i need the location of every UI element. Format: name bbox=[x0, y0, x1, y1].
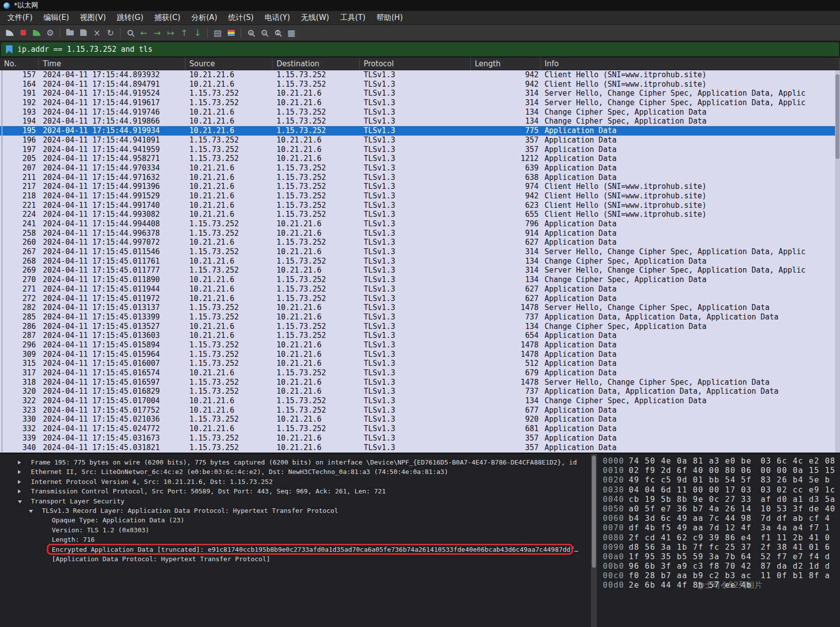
packet-row[interactable]: 2962024-04-11 17:15:45.0158941.15.73.252… bbox=[0, 340, 840, 350]
packet-row[interactable]: 1912024-04-11 17:15:44.9195241.15.73.252… bbox=[0, 89, 840, 98]
filter-bookmark-icon[interactable] bbox=[6, 45, 12, 54]
packet-row[interactable]: 2682024-04-11 17:15:45.01176110.21.21.61… bbox=[0, 257, 840, 266]
packet-row[interactable]: 1962024-04-11 17:15:44.9410911.15.73.252… bbox=[0, 136, 840, 145]
menu-item-capture[interactable]: 捕获(C) bbox=[149, 11, 186, 24]
detail-line[interactable]: Length: 716 bbox=[0, 535, 591, 544]
packet-row[interactable]: 2242024-04-11 17:15:44.99308210.21.21.61… bbox=[0, 210, 840, 219]
go-first-icon[interactable]: ↑ bbox=[177, 26, 191, 39]
hex-row[interactable]: 003004 04 6d 11 00 00 17 0303 02 cc e9 1… bbox=[603, 485, 840, 495]
detail-line[interactable]: Opaque Type: Application Data (23) bbox=[0, 515, 591, 525]
packet-row[interactable]: 2212024-04-11 17:15:44.99174010.21.21.61… bbox=[0, 201, 840, 210]
detail-line[interactable]: TLSv1.3 Record Layer: Application Data P… bbox=[0, 506, 591, 515]
expand-expander-icon[interactable] bbox=[18, 470, 21, 474]
packet-row[interactable]: 3092024-04-11 17:15:45.0159641.15.73.252… bbox=[0, 350, 840, 359]
menu-item-view[interactable]: 视图(V) bbox=[75, 11, 112, 24]
collapse-expander-icon[interactable] bbox=[29, 510, 33, 513]
detail-line[interactable]: Frame 195: 775 bytes on wire (6200 bits)… bbox=[0, 458, 591, 467]
packet-row[interactable]: 1952024-04-11 17:15:44.91993410.21.21.61… bbox=[0, 126, 840, 136]
detail-line[interactable]: Encrypted Application Data [truncated]: … bbox=[0, 545, 591, 554]
restart-capture-icon[interactable] bbox=[30, 26, 43, 39]
column-header-length[interactable]: Length bbox=[471, 58, 541, 70]
expand-expander-icon[interactable] bbox=[18, 461, 21, 465]
packet-row[interactable]: 2822024-04-11 17:15:45.0131371.15.73.252… bbox=[0, 303, 840, 313]
packet-row[interactable]: 3152024-04-11 17:15:45.0160071.15.73.252… bbox=[0, 359, 840, 368]
auto-scroll-icon[interactable]: ▤ bbox=[211, 26, 224, 39]
menu-item-edit[interactable]: 编辑(E) bbox=[38, 11, 74, 24]
hex-row[interactable]: 002049 fc c5 9d 01 bb 54 5f83 26 b4 5e b bbox=[603, 475, 840, 485]
find-packet-icon[interactable] bbox=[124, 26, 137, 39]
detail-line[interactable]: Version: TLS 1.2 (0x0303) bbox=[0, 525, 591, 535]
hex-row[interactable]: 00a01f 95 35 b5 59 3a 7b 6452 f7 e7 f4 d bbox=[603, 552, 840, 562]
column-header-protocol[interactable]: Protocol bbox=[360, 58, 471, 70]
capture-options-icon[interactable]: ⚙ bbox=[43, 26, 57, 39]
hex-row[interactable]: 00d02e 6b 44 4f 8b 57 ee 4b bbox=[603, 581, 840, 590]
close-file-icon[interactable]: × bbox=[90, 26, 104, 39]
go-back-icon[interactable]: ← bbox=[137, 26, 150, 39]
packet-row[interactable]: 3222024-04-11 17:15:45.01700410.21.21.61… bbox=[0, 396, 840, 406]
reload-icon[interactable]: ↻ bbox=[104, 26, 117, 39]
menu-item-go[interactable]: 跳转(G) bbox=[112, 11, 149, 24]
packet-row[interactable]: 3402024-04-11 17:15:45.0318211.15.73.252… bbox=[0, 443, 840, 453]
details-scrollbar[interactable] bbox=[591, 454, 597, 627]
packet-list-scrollbar-thumb[interactable] bbox=[836, 74, 840, 159]
packet-row[interactable]: 1922024-04-11 17:15:44.9196171.15.73.252… bbox=[0, 98, 840, 108]
packet-list-scrollbar[interactable] bbox=[835, 70, 840, 453]
expand-expander-icon[interactable] bbox=[18, 489, 21, 493]
menu-item-telephony[interactable]: 电话(Y) bbox=[259, 11, 295, 24]
hex-row[interactable]: 0070df 4b f5 49 aa 7d 12 4f3a 4a a4 f7 1 bbox=[603, 523, 840, 533]
packet-row[interactable]: 3202024-04-11 17:15:45.0168291.15.73.252… bbox=[0, 387, 840, 396]
go-to-packet-icon[interactable]: ↦ bbox=[164, 26, 177, 39]
packet-row[interactable]: 2182024-04-11 17:15:44.99152910.21.21.61… bbox=[0, 191, 840, 201]
packet-row[interactable]: 2692024-04-11 17:15:45.0117771.15.73.252… bbox=[0, 266, 840, 275]
hex-row[interactable]: 00802f cd 41 62 c9 39 86 e4f1 11 2b 41 0 bbox=[603, 533, 840, 543]
details-scrollbar-thumb[interactable] bbox=[592, 456, 596, 568]
packet-row[interactable]: 3172024-04-11 17:15:45.01657410.21.21.61… bbox=[0, 368, 840, 378]
packet-row[interactable]: 3232024-04-11 17:15:45.01775210.21.21.61… bbox=[0, 406, 840, 415]
hex-row[interactable]: 000074 50 4e 0a 81 a3 e0 be03 6c 4c e2 0… bbox=[603, 457, 840, 466]
hex-row[interactable]: 00b096 6b 3f a9 c3 f8 70 4287 da d2 1d d bbox=[603, 562, 840, 571]
column-header-destination[interactable]: Destination bbox=[273, 58, 360, 70]
menu-item-statistics[interactable]: 统计(S) bbox=[223, 11, 259, 24]
start-capture-icon[interactable] bbox=[3, 26, 16, 39]
hex-row[interactable]: 00c0f0 28 b7 aa b9 c2 b3 ac11 0f b1 8f a bbox=[603, 571, 840, 581]
menu-item-file[interactable]: 文件(F) bbox=[2, 11, 38, 24]
expand-expander-icon[interactable] bbox=[18, 480, 21, 484]
packet-row[interactable]: 3392024-04-11 17:15:45.0316731.15.73.252… bbox=[0, 434, 840, 443]
zoom-original-icon[interactable] bbox=[271, 26, 284, 39]
hex-row[interactable]: 0040cb 19 5b 8b 9e 0c 27 33af d0 a1 d3 5… bbox=[603, 495, 840, 504]
packet-row[interactable]: 1942024-04-11 17:15:44.91986610.21.21.61… bbox=[0, 117, 840, 126]
packet-row[interactable]: 2072024-04-11 17:15:44.97033410.21.21.61… bbox=[0, 163, 840, 173]
detail-line[interactable]: Transport Layer Security bbox=[0, 496, 591, 506]
display-filter-field[interactable] bbox=[1, 42, 839, 56]
collapse-expander-icon[interactable] bbox=[18, 500, 22, 503]
hex-row[interactable]: 0090d8 56 3a 1b 7f fc 25 372f 38 41 01 6 bbox=[603, 543, 840, 552]
menu-item-analyze[interactable]: 分析(A) bbox=[186, 11, 223, 24]
go-last-icon[interactable]: ↓ bbox=[191, 26, 204, 39]
packet-row[interactable]: 3182024-04-11 17:15:45.0165971.15.73.252… bbox=[0, 378, 840, 387]
packet-row[interactable]: 2672024-04-11 17:15:45.0115461.15.73.252… bbox=[0, 247, 840, 257]
column-header-time[interactable]: Time bbox=[39, 58, 185, 70]
packet-row[interactable]: 1642024-04-11 17:15:44.89479110.21.21.61… bbox=[0, 80, 840, 89]
packet-row[interactable]: 2602024-04-11 17:15:44.99707210.21.21.61… bbox=[0, 238, 840, 247]
packet-row[interactable]: 2582024-04-11 17:15:44.9963781.15.73.252… bbox=[0, 229, 840, 238]
stop-capture-icon[interactable] bbox=[16, 26, 30, 39]
packet-row[interactable]: 2702024-04-11 17:15:45.01189010.21.21.61… bbox=[0, 275, 840, 285]
packet-row[interactable]: 2172024-04-11 17:15:44.99139610.21.21.61… bbox=[0, 182, 840, 191]
packet-row[interactable]: 1932024-04-11 17:15:44.91974610.21.21.61… bbox=[0, 108, 840, 117]
column-header-no[interactable]: No. bbox=[0, 58, 39, 70]
packet-row[interactable]: 3302024-04-11 17:15:45.0210361.15.73.252… bbox=[0, 415, 840, 424]
packet-row[interactable]: 2112024-04-11 17:15:44.97163210.21.21.61… bbox=[0, 173, 840, 182]
display-filter-input[interactable] bbox=[17, 45, 839, 54]
colorize-icon[interactable] bbox=[224, 26, 238, 39]
packet-row[interactable]: 3322024-04-11 17:15:45.02477210.21.21.61… bbox=[0, 424, 840, 434]
zoom-in-icon[interactable] bbox=[244, 26, 258, 39]
packet-row[interactable]: 2852024-04-11 17:15:45.0133991.15.73.252… bbox=[0, 313, 840, 322]
hex-row[interactable]: 001002 f9 2d 6f 40 00 80 0600 00 0a 15 1… bbox=[603, 466, 840, 475]
packet-row[interactable]: 1972024-04-11 17:15:44.9419591.15.73.252… bbox=[0, 145, 840, 155]
packet-row[interactable]: 1572024-04-11 17:15:44.89393210.21.21.61… bbox=[0, 70, 840, 80]
detail-line[interactable]: [Application Data Protocol: Hypertext Tr… bbox=[0, 554, 591, 564]
hex-row[interactable]: 0060b4 3d 6c 49 aa 7c 44 987d df ab cf 4 bbox=[603, 514, 840, 523]
go-forward-icon[interactable]: → bbox=[150, 26, 164, 39]
resize-columns-icon[interactable]: ▦ bbox=[284, 26, 298, 39]
packet-row[interactable]: 2722024-04-11 17:15:45.01197210.21.21.61… bbox=[0, 294, 840, 304]
